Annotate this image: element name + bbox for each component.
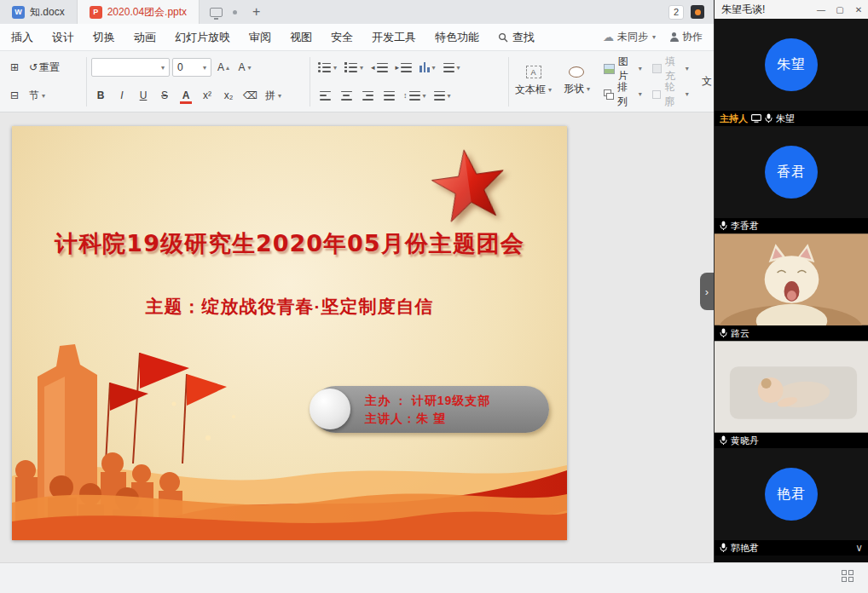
meeting-titlebar[interactable]: 朱望毛谈! — ▢ ✕ <box>715 0 868 19</box>
menu-animation[interactable]: 动画 <box>124 24 165 50</box>
bullet-list-icon <box>318 63 331 72</box>
collaborate-label: 协作 <box>682 30 703 44</box>
participant-name: 郭艳君 <box>731 542 759 555</box>
arrange-button[interactable]: 排列 ▾ <box>602 83 644 106</box>
arrange-label: 排列 <box>617 80 634 109</box>
collaborate-button[interactable]: 协作 <box>669 30 703 44</box>
font-family-select[interactable]: ▾ <box>91 58 170 77</box>
line-spacing-button[interactable]: ↕ ▾ <box>401 85 429 106</box>
align-left-button[interactable] <box>315 85 334 106</box>
maximize-button[interactable]: ▢ <box>830 0 849 19</box>
menu-transition[interactable]: 切换 <box>84 24 124 50</box>
participant-tile[interactable]: 艳君 郭艳君 ∨ <box>715 448 868 556</box>
participant-name: 朱望 <box>776 112 795 125</box>
reset-icon: ↺ <box>29 61 38 73</box>
picture-button[interactable]: 图片 ▾ <box>602 58 644 80</box>
text-direction-button[interactable]: ▾ <box>441 57 463 78</box>
menu-design[interactable]: 设计 <box>43 24 84 50</box>
align-center-button[interactable] <box>337 85 356 106</box>
document-area: 计科院19级研究生2020年05月份主题团会 主题：绽放战役青春·坚定制度自信 … <box>0 112 714 562</box>
decrease-indent-button[interactable]: ◂ <box>368 57 391 78</box>
section-button[interactable]: 节 ▾ <box>26 85 48 106</box>
justify-icon <box>384 91 395 101</box>
host-badge: 主持人 <box>720 112 748 125</box>
revolution-illustration <box>12 336 567 540</box>
slide-canvas[interactable]: 计科院19级研究生2020年05月份主题团会 主题：绽放战役青春·坚定制度自信 … <box>12 126 567 540</box>
notification-badge[interactable]: 2 <box>668 5 684 20</box>
tab-doc[interactable]: W 知.docx <box>0 0 78 24</box>
reset-slide-button[interactable]: ↺ 重置 <box>26 57 62 78</box>
view-grid-icon[interactable] <box>842 570 854 583</box>
text-direction-caret-icon: ▾ <box>457 64 460 72</box>
status-bar <box>0 562 868 593</box>
present-monitor-icon[interactable] <box>210 8 223 17</box>
collapse-list-chevron[interactable]: ∨ <box>855 542 863 554</box>
sync-caret-icon: ▾ <box>652 33 656 41</box>
slide-title[interactable]: 计科院19级研究生2020年05月份主题团会 <box>12 228 567 259</box>
slide-subtitle[interactable]: 主题：绽放战役青春·坚定制度自信 <box>12 295 567 319</box>
participant-tile-host[interactable]: 朱望 主持人 朱望 <box>715 19 868 126</box>
numbered-caret-icon: ▾ <box>360 64 363 72</box>
line-spacing-lines-icon <box>409 91 420 101</box>
menu-special-features[interactable]: 特色功能 <box>425 24 489 50</box>
fill-button[interactable]: 填充 ▾ <box>651 58 691 80</box>
distribute-icon <box>434 91 445 101</box>
cat-video-frame <box>715 233 868 325</box>
menu-security[interactable]: 安全 <box>321 24 362 50</box>
find-label: 查找 <box>512 30 535 45</box>
align-right-button[interactable] <box>358 85 377 106</box>
bold-button[interactable]: B <box>91 85 110 106</box>
outline-icon <box>652 90 662 99</box>
participant-tile[interactable]: 香君 李香君 <box>715 126 868 233</box>
distribute-button[interactable]: ▾ <box>431 85 454 106</box>
minimize-button[interactable]: — <box>812 0 830 19</box>
sync-status-button[interactable]: ☁ 未同步 ▾ <box>603 30 656 44</box>
menu-devtools[interactable]: 开发工具 <box>362 24 425 50</box>
subscript-button[interactable]: x₂ <box>219 85 238 106</box>
meeting-panel-collapse-handle[interactable]: › <box>700 273 714 310</box>
font-color-button[interactable]: A <box>176 85 195 106</box>
menu-view[interactable]: 视图 <box>281 24 321 50</box>
tab-ppt-active[interactable]: P 2020.04团会.pptx <box>78 0 200 24</box>
numbered-list-button[interactable]: ▾ <box>342 57 366 78</box>
menu-insert[interactable]: 插入 <box>2 24 43 50</box>
columns-caret-icon: ▾ <box>432 64 436 72</box>
meeting-app-icon[interactable] <box>691 5 704 19</box>
slide-group: ⊞ ↺ 重置 ⊟ 节 ▾ <box>5 51 84 112</box>
pinyin-guide-button[interactable]: 拼 ▾ <box>263 85 284 106</box>
columns-button[interactable]: ▾ <box>417 57 438 78</box>
menu-review[interactable]: 审阅 <box>240 24 281 50</box>
bullet-list-button[interactable]: ▾ <box>315 57 339 78</box>
increase-indent-button[interactable]: ▸ <box>393 57 415 78</box>
align-right-icon <box>362 91 373 101</box>
font-group: ▾ 0 ▾ A ▴ A ▾ B I U S A x² x₂ <box>91 51 306 112</box>
menu-slideshow[interactable]: 幻灯片放映 <box>165 24 240 50</box>
participant-tile[interactable]: 黄晓丹 <box>715 341 868 448</box>
participant-tile[interactable]: 路云 <box>715 233 868 341</box>
clear-format-button[interactable]: ⌫ <box>240 85 260 106</box>
italic-button[interactable]: I <box>113 85 131 106</box>
strikethrough-button[interactable]: S <box>155 85 174 106</box>
avatar: 朱望 <box>765 38 818 91</box>
textbox-button[interactable]: A 文本框▾ <box>515 55 552 108</box>
superscript-button[interactable]: x² <box>198 85 217 106</box>
avatar: 艳君 <box>765 468 818 521</box>
shrink-font-button[interactable]: A ▾ <box>235 57 254 78</box>
font-color-bar <box>180 101 192 104</box>
numbered-list-icon <box>344 63 357 72</box>
new-tab-button[interactable]: + <box>247 4 265 20</box>
find-button[interactable]: 查找 <box>489 30 544 45</box>
outdent-arrow-icon: ◂ <box>371 63 375 72</box>
justify-button[interactable] <box>379 85 398 106</box>
shapes-button[interactable]: 形状▾ <box>558 55 595 108</box>
outline-button[interactable]: 轮廓 ▾ <box>651 83 691 106</box>
font-family-caret-icon: ▾ <box>158 64 165 72</box>
status-dot-icon <box>233 10 237 14</box>
word-doc-icon: W <box>12 6 25 19</box>
font-size-select[interactable]: 0 ▾ <box>172 58 211 77</box>
slide-hide-button[interactable]: ⊟ <box>5 85 24 106</box>
underline-button[interactable]: U <box>134 85 153 106</box>
slide-layout-button[interactable]: ⊞ <box>5 57 24 78</box>
close-button[interactable]: ✕ <box>849 0 868 19</box>
grow-font-button[interactable]: A ▴ <box>214 57 233 78</box>
